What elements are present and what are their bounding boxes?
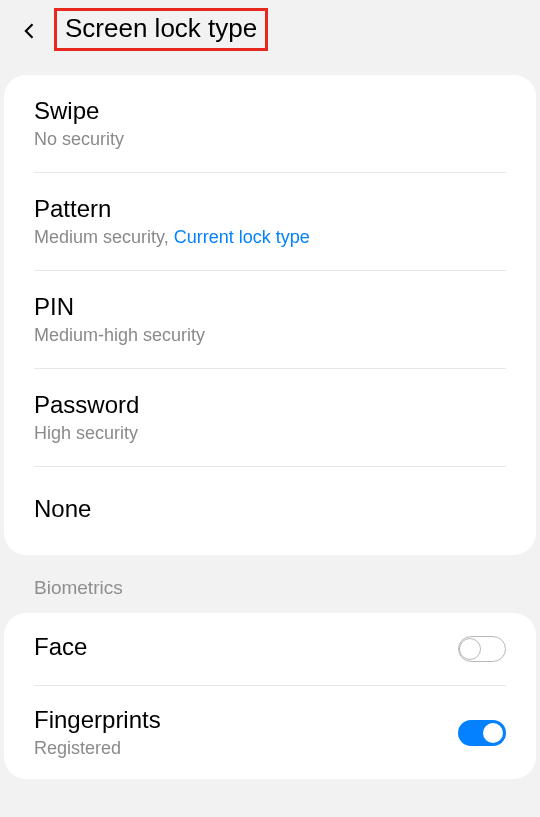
item-title: None <box>34 495 506 523</box>
lock-type-none[interactable]: None <box>34 467 506 555</box>
face-toggle[interactable] <box>458 636 506 662</box>
lock-type-swipe[interactable]: Swipe No security <box>34 75 506 173</box>
toggle-knob <box>459 638 481 660</box>
biometric-fingerprints[interactable]: Fingerprints Registered <box>34 686 506 779</box>
item-title: Fingerprints <box>34 706 458 734</box>
item-title: Pattern <box>34 195 506 223</box>
back-icon[interactable] <box>20 21 40 41</box>
item-subtitle: Medium-high security <box>34 325 506 346</box>
lock-type-password[interactable]: Password High security <box>34 369 506 467</box>
item-subtitle: High security <box>34 423 506 444</box>
page-title: Screen lock type <box>65 13 257 43</box>
biometrics-section-header: Biometrics <box>0 555 540 613</box>
lock-types-card: Swipe No security Pattern Medium securit… <box>4 75 536 555</box>
fingerprints-toggle[interactable] <box>458 720 506 746</box>
biometric-face[interactable]: Face <box>34 613 506 686</box>
current-lock-type-link: Current lock type <box>174 227 310 247</box>
item-subtitle: No security <box>34 129 506 150</box>
toggle-knob <box>483 723 503 743</box>
item-subtitle: Medium security, Current lock type <box>34 227 506 248</box>
item-title: Swipe <box>34 97 506 125</box>
lock-type-pin[interactable]: PIN Medium-high security <box>34 271 506 369</box>
lock-type-pattern[interactable]: Pattern Medium security, Current lock ty… <box>34 173 506 271</box>
item-title: Face <box>34 633 458 661</box>
item-title: PIN <box>34 293 506 321</box>
item-title: Password <box>34 391 506 419</box>
header: Screen lock type <box>0 0 540 69</box>
title-highlight-box: Screen lock type <box>54 8 268 51</box>
biometrics-card: Face Fingerprints Registered <box>4 613 536 779</box>
item-subtitle: Registered <box>34 738 458 759</box>
